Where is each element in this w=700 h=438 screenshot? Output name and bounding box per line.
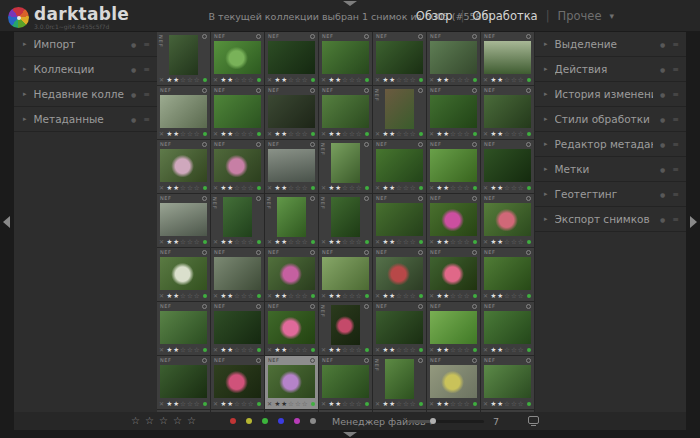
- thumbnail-cell[interactable]: NEF ✕ ★★☆☆☆: [481, 194, 534, 247]
- expander-arrow-icon[interactable]: ▸: [23, 115, 27, 123]
- module-history-stack[interactable]: ▸ История изменений ● ≡: [535, 82, 686, 107]
- expander-arrow-icon[interactable]: ▸: [544, 115, 548, 123]
- thumbnail-cell[interactable]: NEF ✕ ★★☆☆☆: [319, 302, 372, 355]
- group-icon[interactable]: [256, 304, 261, 309]
- group-icon[interactable]: [526, 304, 531, 309]
- thumbnail-cell[interactable]: NEF ✕ ★★☆☆☆: [157, 194, 210, 247]
- star-rating[interactable]: ★★☆☆☆: [380, 185, 419, 192]
- thumbnail-cell[interactable]: NEF ✕ ★★☆☆☆: [427, 302, 480, 355]
- star-rating[interactable]: ★★☆☆☆: [218, 239, 257, 246]
- group-icon[interactable]: [472, 196, 477, 201]
- group-icon[interactable]: [256, 142, 261, 147]
- thumbnail-cell[interactable]: NEF ✕ ★★☆☆☆: [319, 140, 372, 193]
- expander-arrow-icon[interactable]: ▸: [544, 40, 548, 48]
- star-rating[interactable]: ★★☆☆☆: [164, 185, 203, 192]
- star-rating[interactable]: ★★☆☆☆: [380, 77, 419, 84]
- group-icon[interactable]: [364, 250, 369, 255]
- expander-arrow-icon[interactable]: ▸: [544, 190, 548, 198]
- zoom-slider-knob[interactable]: [430, 418, 436, 424]
- star-rating[interactable]: ★★☆☆☆: [488, 401, 527, 408]
- reset-icon[interactable]: ●: [660, 166, 665, 173]
- reset-icon[interactable]: ●: [660, 141, 665, 148]
- reset-icon[interactable]: ●: [660, 216, 665, 223]
- presets-menu-icon[interactable]: ≡: [672, 40, 679, 49]
- group-icon[interactable]: [526, 196, 531, 201]
- group-icon[interactable]: [364, 358, 369, 363]
- thumbnail-cell[interactable]: NEF ✕ ★★☆☆☆: [265, 302, 318, 355]
- reset-icon[interactable]: ●: [660, 91, 665, 98]
- star-rating[interactable]: ★★☆☆☆: [380, 131, 419, 138]
- thumbnail-cell[interactable]: NEF ✕ ★★☆☆☆: [481, 140, 534, 193]
- expander-arrow-icon[interactable]: ▸: [23, 65, 27, 73]
- module-metadata-editor[interactable]: ▸ Редактор метаданных ● ≡: [535, 132, 686, 157]
- group-icon[interactable]: [526, 250, 531, 255]
- module-select[interactable]: ▸ Выделение ● ≡: [535, 32, 686, 57]
- group-icon[interactable]: [310, 304, 315, 309]
- group-icon[interactable]: [364, 142, 369, 147]
- thumbnail-cell[interactable]: NEF ✕ ★★☆☆☆: [319, 356, 372, 409]
- thumbnail-cell[interactable]: NEF ✕ ★★☆☆☆: [427, 194, 480, 247]
- group-icon[interactable]: [310, 250, 315, 255]
- star-rating[interactable]: ★★☆☆☆: [164, 401, 203, 408]
- star-rating[interactable]: ★★☆☆☆: [218, 185, 257, 192]
- group-icon[interactable]: [310, 34, 315, 39]
- expander-arrow-icon[interactable]: ▸: [544, 140, 548, 148]
- group-icon[interactable]: [256, 88, 261, 93]
- view-darkroom[interactable]: Обработка: [472, 9, 537, 23]
- right-panel-collapse-icon[interactable]: [690, 216, 697, 228]
- thumbnail-cell[interactable]: NEF ✕ ★★☆☆☆: [373, 32, 426, 85]
- thumbnail-cell[interactable]: NEF ✕ ★★☆☆☆: [157, 248, 210, 301]
- star-rating[interactable]: ★★☆☆☆: [488, 77, 527, 84]
- color-label-filter-dot[interactable]: [310, 418, 316, 424]
- thumbnail-cell[interactable]: NEF ✕ ★★☆☆☆: [427, 248, 480, 301]
- thumbnail-cell[interactable]: NEF ✕ ★★☆☆☆: [265, 32, 318, 85]
- star-rating[interactable]: ★★☆☆☆: [380, 347, 419, 354]
- thumbnail-cell[interactable]: NEF ✕ ★★☆☆☆: [211, 356, 264, 409]
- thumbnail-cell[interactable]: NEF ✕ ★★☆☆☆: [157, 356, 210, 409]
- star-rating[interactable]: ★★☆☆☆: [272, 185, 311, 192]
- star-rating[interactable]: ★★☆☆☆: [326, 185, 365, 192]
- group-icon[interactable]: [418, 250, 423, 255]
- group-icon[interactable]: [202, 88, 207, 93]
- presets-menu-icon[interactable]: ≡: [143, 65, 150, 74]
- presets-menu-icon[interactable]: ≡: [143, 40, 150, 49]
- star-rating[interactable]: ★★☆☆☆: [272, 131, 311, 138]
- module-collections[interactable]: ▸ Коллекции ● ≡: [14, 57, 157, 82]
- thumbnail-cell[interactable]: NEF ✕ ★★☆☆☆: [481, 302, 534, 355]
- thumbnail-cell[interactable]: NEF ✕ ★★☆☆☆: [427, 86, 480, 139]
- module-recent-collections[interactable]: ▸ Недавние коллекции ● ≡: [14, 82, 157, 107]
- star-rating[interactable]: ★★☆☆☆: [488, 347, 527, 354]
- thumbnail-cell[interactable]: NEF ✕ ★★☆☆☆: [265, 248, 318, 301]
- group-icon[interactable]: [310, 142, 315, 147]
- star-rating[interactable]: ★★☆☆☆: [218, 293, 257, 300]
- expander-arrow-icon[interactable]: ▸: [544, 65, 548, 73]
- presets-menu-icon[interactable]: ≡: [672, 190, 679, 199]
- group-icon[interactable]: [364, 88, 369, 93]
- thumbnail-cell[interactable]: NEF ✕ ★★☆☆☆: [157, 86, 210, 139]
- group-icon[interactable]: [202, 358, 207, 363]
- group-icon[interactable]: [310, 88, 315, 93]
- group-icon[interactable]: [256, 196, 261, 201]
- presets-menu-icon[interactable]: ≡: [672, 65, 679, 74]
- presets-menu-icon[interactable]: ≡: [143, 90, 150, 99]
- module-metadata[interactable]: ▸ Метаданные ● ≡: [14, 107, 157, 132]
- thumbnail-cell[interactable]: NEF ✕ ★★☆☆☆: [373, 356, 426, 409]
- group-icon[interactable]: [202, 196, 207, 201]
- star-rating[interactable]: ★★☆☆☆: [272, 293, 311, 300]
- star-rating[interactable]: ★★☆☆☆: [272, 77, 311, 84]
- thumbnail-cell[interactable]: NEF ✕ ★★☆☆☆: [427, 140, 480, 193]
- star-rating[interactable]: ★★☆☆☆: [272, 401, 311, 408]
- thumbnail-cell[interactable]: NEF ✕ ★★☆☆☆: [373, 302, 426, 355]
- group-icon[interactable]: [202, 304, 207, 309]
- thumbnail-cell[interactable]: NEF ✕ ★★☆☆☆: [373, 194, 426, 247]
- color-label-filter-dot[interactable]: [262, 418, 268, 424]
- thumbnail-cell[interactable]: NEF ✕ ★★☆☆☆: [481, 356, 534, 409]
- presets-menu-icon[interactable]: ≡: [672, 215, 679, 224]
- color-label-filter-dot[interactable]: [246, 418, 252, 424]
- color-label-filter-dot[interactable]: [230, 418, 236, 424]
- module-actions[interactable]: ▸ Действия ● ≡: [535, 57, 686, 82]
- display-profile-icon[interactable]: [528, 416, 539, 424]
- thumbnail-cell[interactable]: NEF ✕ ★★☆☆☆: [157, 32, 210, 85]
- expander-arrow-icon[interactable]: ▸: [23, 90, 27, 98]
- thumbnail-cell[interactable]: NEF ✕ ★★☆☆☆: [319, 248, 372, 301]
